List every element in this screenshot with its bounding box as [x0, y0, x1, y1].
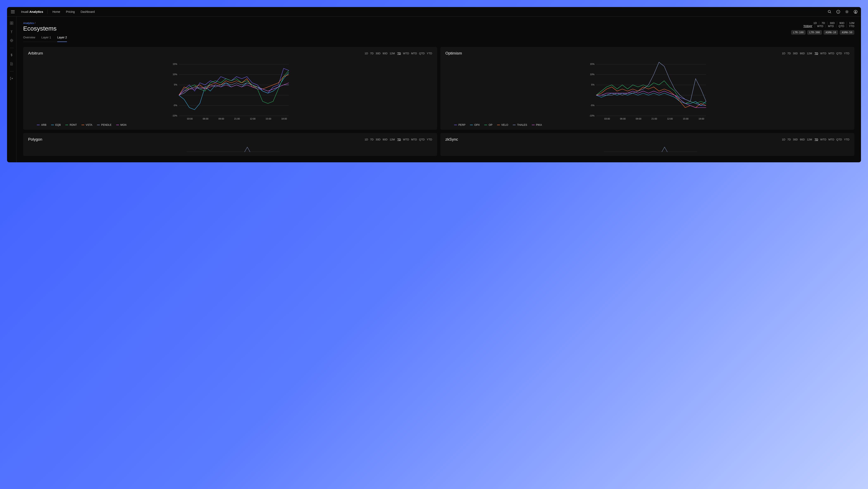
card-range-mtd[interactable]: MTD — [828, 138, 834, 141]
card-range-12m[interactable]: 12M — [390, 52, 395, 55]
card-range-mtd[interactable]: MTD — [411, 52, 417, 55]
card-range-td[interactable]: TD — [397, 52, 401, 55]
legend-item-pendle[interactable]: PENDLE — [97, 124, 112, 126]
svg-text:15:00: 15:00 — [683, 118, 689, 120]
card-range-wtd[interactable]: WTD — [403, 52, 409, 55]
card-range-30d[interactable]: 30D — [375, 138, 380, 141]
card-ranges: 1D7D30D90D12MTDWTDMTDQTDYTD — [365, 52, 432, 55]
card-range-td[interactable]: TD — [814, 138, 818, 141]
card-range-12m[interactable]: 12M — [807, 52, 812, 55]
card-range-mtd[interactable]: MTD — [828, 52, 834, 55]
legend-item-thales[interactable]: THALES — [513, 124, 527, 126]
card-range-ytd[interactable]: YTD — [427, 138, 432, 141]
card-range-td[interactable]: TD — [814, 52, 818, 55]
range-today[interactable]: TODAY — [801, 25, 815, 28]
theme-icon[interactable] — [845, 10, 849, 14]
card-range-qtd[interactable]: QTD — [419, 52, 425, 55]
svg-text:15%: 15% — [173, 63, 177, 65]
card-range-1d[interactable]: 1D — [782, 138, 785, 141]
range-mtd[interactable]: MTD — [826, 25, 836, 28]
page-tabs: Overview Layer 1 Layer 2 — [23, 36, 67, 42]
card-range-7d[interactable]: 7D — [787, 52, 791, 55]
growth-icon[interactable] — [10, 30, 13, 34]
card-range-ytd[interactable]: YTD — [844, 138, 849, 141]
legend-item-mgn[interactable]: MGN — [116, 124, 126, 126]
card-range-qtd[interactable]: QTD — [836, 138, 842, 141]
legend-item-velo[interactable]: VELO — [497, 124, 508, 126]
top-nav: Home Pricing Dashboard — [53, 10, 95, 13]
card-range-td[interactable]: TD — [397, 138, 401, 141]
globe-icon[interactable] — [10, 39, 13, 42]
card-range-12m[interactable]: 12M — [807, 138, 812, 141]
card-range-wtd[interactable]: WTD — [820, 138, 827, 141]
legend-item-op[interactable]: OP — [484, 124, 492, 126]
card-range-90d[interactable]: 90D — [800, 52, 805, 55]
chip-ltr-100[interactable]: LTR-100 — [791, 30, 806, 35]
breadcrumb-link[interactable]: Analytics — [23, 22, 34, 25]
svg-text:5%: 5% — [174, 84, 177, 86]
card-range-30d[interactable]: 30D — [793, 138, 798, 141]
card-range-qtd[interactable]: QTD — [836, 52, 842, 55]
svg-rect-9 — [12, 23, 13, 25]
card-range-1d[interactable]: 1D — [365, 52, 368, 55]
logout-icon[interactable] — [10, 77, 13, 80]
svg-text:12:00: 12:00 — [250, 118, 256, 120]
document-icon[interactable] — [10, 62, 13, 66]
search-icon[interactable] — [828, 10, 832, 14]
range-1d[interactable]: 1D — [811, 22, 819, 25]
card-ranges: 1D7D30D90D12MTDWTDMTDQTDYTD — [782, 52, 849, 55]
card-range-wtd[interactable]: WTD — [403, 138, 409, 141]
card-range-mtd[interactable]: MTD — [411, 138, 417, 141]
tab-layer-1[interactable]: Layer 1 — [41, 36, 51, 42]
legend-item-pika[interactable]: PIKA — [532, 124, 542, 126]
legend-label: VELO — [501, 124, 508, 126]
nav-home[interactable]: Home — [53, 10, 60, 13]
svg-text:-5%: -5% — [173, 104, 177, 106]
card-range-1d[interactable]: 1D — [782, 52, 785, 55]
divider — [47, 10, 48, 14]
card-range-7d[interactable]: 7D — [370, 52, 374, 55]
account-icon[interactable] — [854, 10, 858, 14]
card-range-30d[interactable]: 30D — [375, 52, 380, 55]
card-range-90d[interactable]: 90D — [800, 138, 805, 141]
chip-asma-10[interactable]: ASMA-10 — [824, 30, 838, 35]
nav-pricing[interactable]: Pricing — [66, 10, 75, 13]
card-range-qtd[interactable]: QTD — [419, 138, 425, 141]
range-90d[interactable]: 90D — [837, 22, 847, 25]
legend-item-arb[interactable]: ARB — [37, 124, 46, 126]
svg-text:12:00: 12:00 — [667, 118, 673, 120]
sidebar — [7, 17, 17, 162]
card-range-7d[interactable]: 7D — [370, 138, 374, 141]
card-range-90d[interactable]: 90D — [382, 138, 388, 141]
card-range-7d[interactable]: 7D — [787, 138, 791, 141]
tab-layer-2[interactable]: Layer 2 — [57, 36, 67, 42]
legend-item-eqb[interactable]: EQB — [51, 124, 61, 126]
card-range-90d[interactable]: 90D — [382, 52, 388, 55]
range-7d[interactable]: 7D — [819, 22, 828, 25]
legend-item-vsta[interactable]: VSTA — [82, 124, 92, 126]
legend-item-opx[interactable]: OPX — [470, 124, 480, 126]
card-range-ytd[interactable]: YTD — [844, 52, 849, 55]
card-range-wtd[interactable]: WTD — [820, 52, 827, 55]
card-range-1d[interactable]: 1D — [365, 138, 368, 141]
dollar-icon[interactable] — [10, 54, 13, 57]
legend-item-rdnt[interactable]: RDNT — [65, 124, 77, 126]
legend-item-perp[interactable]: PERP — [454, 124, 465, 126]
nav-dashboard[interactable]: Dashboard — [81, 10, 95, 13]
chip-asma-50[interactable]: ASMA-50 — [840, 30, 855, 35]
range-qtd[interactable]: QTD — [836, 25, 847, 28]
info-icon[interactable] — [836, 10, 840, 14]
range-ytd[interactable]: YTD — [847, 25, 855, 28]
card-range-30d[interactable]: 30D — [793, 52, 798, 55]
range-30d[interactable]: 30D — [828, 22, 837, 25]
dashboard-icon[interactable] — [10, 22, 13, 25]
menu-icon[interactable] — [10, 9, 15, 14]
card-range-12m[interactable]: 12M — [390, 138, 395, 141]
chip-ltr-300[interactable]: LTR-300 — [807, 30, 822, 35]
legend: PERPOPXOPVELOTHALESPIKA — [445, 124, 849, 126]
range-12m[interactable]: 12M — [847, 22, 855, 25]
card-optimism: Optimism1D7D30D90D12MTDWTDMTDQTDYTD15%10… — [440, 47, 855, 130]
tab-overview[interactable]: Overview — [23, 36, 35, 42]
card-range-ytd[interactable]: YTD — [427, 52, 432, 55]
range-wtd[interactable]: WTD — [815, 25, 826, 28]
